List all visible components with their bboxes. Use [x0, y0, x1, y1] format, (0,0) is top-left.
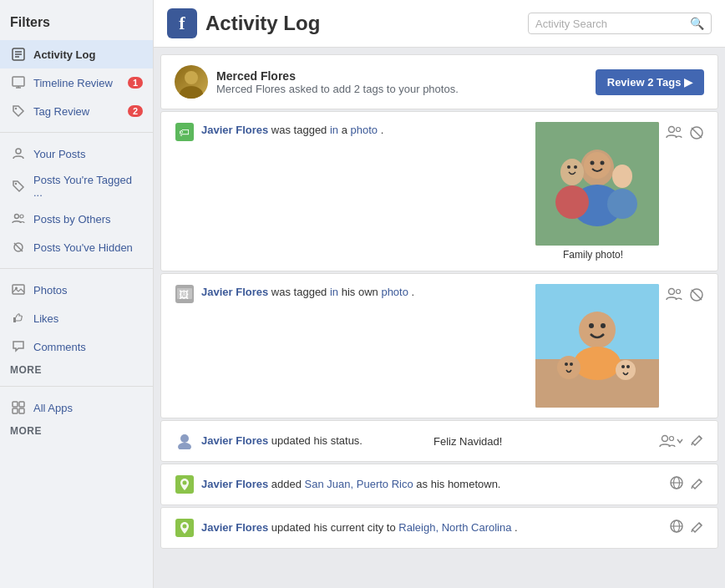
svg-point-60 [180, 434, 189, 443]
activity-feed: Merced Flores Merced Flores asked to add… [154, 48, 725, 588]
activity-controls [669, 519, 704, 537]
edit-icon-2[interactable] [691, 520, 704, 536]
edit-icon[interactable] [691, 433, 704, 449]
sidebar-divider-3 [0, 386, 153, 387]
sidebar-item-activity-log[interactable]: Activity Log [0, 40, 153, 68]
search-box[interactable]: 🔍 [528, 13, 712, 34]
sidebar-item-timeline-review[interactable]: Timeline Review 1 [0, 68, 153, 97]
svg-line-78 [699, 523, 702, 525]
activity-controls [669, 475, 704, 494]
sidebar-item-label: Posts by Others [33, 213, 143, 226]
activity-log-icon [10, 46, 27, 63]
activity-text: Javier Flores was tagged in his own phot… [201, 284, 527, 301]
svg-point-51 [565, 362, 568, 366]
svg-point-10 [15, 215, 19, 219]
sidebar-more-2[interactable]: MORE [0, 422, 153, 440]
activity-item: Javier Flores updated his status. Feliz … [160, 420, 718, 462]
friends-icon [666, 286, 682, 307]
svg-rect-19 [19, 408, 24, 413]
svg-point-34 [562, 160, 582, 180]
tag-review-banner: Merced Flores Merced Flores asked to add… [160, 54, 718, 109]
sidebar-item-tag-review[interactable]: Tag Review 2 [0, 97, 153, 125]
svg-point-32 [591, 161, 595, 165]
svg-rect-14 [13, 285, 24, 294]
svg-point-33 [601, 161, 605, 165]
activity-text: Javier Flores was tagged in a photo . [201, 122, 527, 139]
svg-rect-4 [13, 77, 24, 86]
all-apps-icon [10, 399, 27, 416]
svg-point-7 [15, 108, 17, 109]
activity-item: 🏷 Javier Flores was tagged in a photo . [160, 111, 718, 271]
location-link-2[interactable]: Raleigh, North Carolina [398, 521, 511, 534]
sidebar-item-label: Tag Review [33, 105, 128, 118]
sidebar-item-all-apps[interactable]: All Apps [0, 393, 153, 422]
activity-item: Javier Flores added San Juan, Puerto Ric… [160, 464, 718, 505]
content-header: f Activity Log 🔍 [154, 0, 725, 48]
activity-item: Javier Flores updated his current city t… [160, 507, 718, 549]
svg-point-46 [579, 312, 616, 348]
page-title: Activity Log [205, 12, 320, 35]
tag-review-badge: 2 [128, 105, 143, 117]
sidebar-item-label: Posts You've Hidden [33, 241, 143, 254]
activity-photo [535, 122, 659, 246]
svg-point-67 [183, 481, 187, 485]
friends-dropdown-icon[interactable] [659, 433, 684, 449]
svg-point-21 [180, 86, 203, 99]
your-posts-icon [10, 145, 27, 162]
tag-review-avatar [175, 65, 208, 99]
user-name-link[interactable]: Javier Flores [201, 478, 268, 490]
tag-photo-icon: 🖼 [175, 284, 195, 304]
svg-point-9 [15, 183, 17, 185]
activity-controls [666, 286, 704, 307]
sidebar-item-posts-hidden[interactable]: Posts You've Hidden [0, 233, 153, 261]
posts-hidden-icon [10, 239, 27, 256]
sidebar-item-likes[interactable]: Likes [0, 304, 153, 332]
svg-rect-16 [13, 402, 18, 407]
activity-text: Javier Flores added San Juan, Puerto Ric… [201, 476, 659, 493]
user-name-link[interactable]: Javier Flores [201, 286, 268, 298]
edit-icon[interactable] [691, 476, 704, 493]
svg-line-72 [692, 486, 692, 489]
tag-review-description: Merced Flores asked to add 2 tags to you… [216, 83, 596, 95]
sidebar-item-label: Photos [33, 284, 143, 297]
svg-line-40 [692, 128, 702, 138]
tag-review-icon [10, 103, 27, 119]
svg-point-52 [570, 362, 573, 366]
content-header-left: f Activity Log [167, 8, 320, 38]
user-name-link[interactable]: Javier Flores [201, 124, 268, 136]
sidebar-item-posts-by-others[interactable]: Posts by Others [0, 205, 153, 233]
review-tags-button[interactable]: Review 2 Tags ▶ [596, 69, 704, 95]
svg-point-55 [626, 365, 630, 368]
timeline-review-badge: 1 [128, 77, 143, 89]
profile-icon [175, 431, 195, 451]
sidebar-item-your-posts[interactable]: Your Posts [0, 139, 153, 168]
svg-point-49 [574, 347, 621, 380]
sidebar-title: Filters [0, 8, 153, 40]
svg-point-35 [567, 165, 570, 169]
location-link[interactable]: San Juan, Puerto Rico [305, 478, 413, 490]
svg-point-37 [669, 127, 675, 133]
sidebar-item-posts-tagged[interactable]: Posts You're Tagged ... [0, 168, 153, 205]
tag-review-info: Merced Flores Merced Flores asked to add… [216, 69, 596, 95]
user-name-link[interactable]: Javier Flores [201, 434, 268, 447]
svg-line-59 [692, 290, 702, 300]
likes-icon [10, 310, 27, 327]
activity-controls [659, 433, 704, 449]
sidebar-more-1[interactable]: MORE [0, 361, 153, 379]
sidebar-item-photos[interactable]: Photos [0, 276, 153, 304]
sidebar-item-comments[interactable]: Comments [0, 332, 153, 361]
svg-point-61 [178, 443, 191, 449]
user-name-link[interactable]: Javier Flores [201, 521, 268, 534]
svg-point-57 [677, 290, 681, 294]
sidebar-item-label: Timeline Review [33, 77, 128, 89]
posts-tagged-icon [10, 178, 27, 195]
sidebar-item-label: Likes [33, 312, 143, 325]
svg-rect-18 [13, 408, 18, 413]
photo-caption: Family photo! [563, 246, 623, 261]
sidebar-divider-1 [0, 132, 153, 133]
svg-point-28 [555, 185, 589, 219]
search-input[interactable] [535, 18, 690, 30]
comments-icon [10, 338, 27, 355]
map-icon-2 [175, 518, 195, 538]
sidebar-item-label: Comments [33, 341, 143, 353]
